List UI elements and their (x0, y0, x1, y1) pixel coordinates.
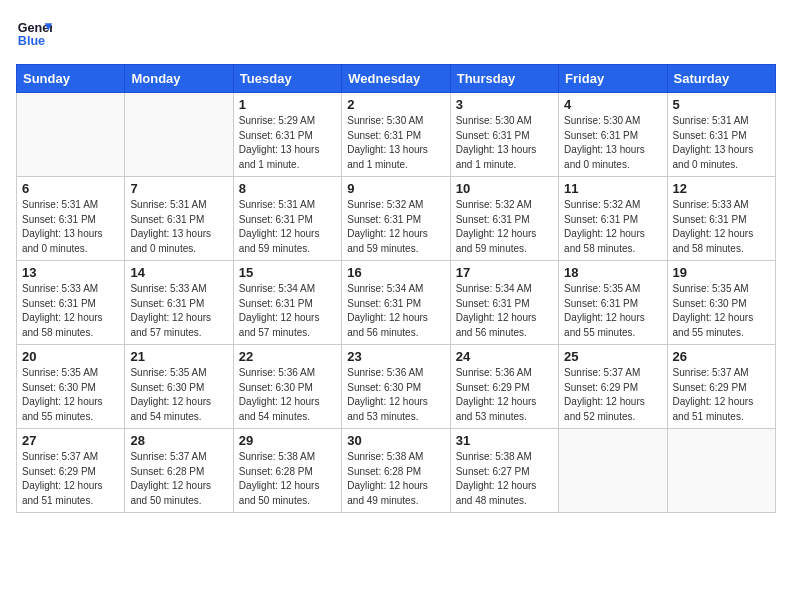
day-header-saturday: Saturday (667, 65, 775, 93)
calendar-cell: 7Sunrise: 5:31 AM Sunset: 6:31 PM Daylig… (125, 177, 233, 261)
day-header-monday: Monday (125, 65, 233, 93)
day-info: Sunrise: 5:35 AM Sunset: 6:30 PM Dayligh… (673, 282, 770, 340)
day-info: Sunrise: 5:30 AM Sunset: 6:31 PM Dayligh… (347, 114, 444, 172)
day-info: Sunrise: 5:38 AM Sunset: 6:27 PM Dayligh… (456, 450, 553, 508)
day-number: 20 (22, 349, 119, 364)
calendar-table: SundayMondayTuesdayWednesdayThursdayFrid… (16, 64, 776, 513)
calendar-cell: 22Sunrise: 5:36 AM Sunset: 6:30 PM Dayli… (233, 345, 341, 429)
calendar-cell (125, 93, 233, 177)
day-number: 5 (673, 97, 770, 112)
day-info: Sunrise: 5:32 AM Sunset: 6:31 PM Dayligh… (564, 198, 661, 256)
day-info: Sunrise: 5:35 AM Sunset: 6:30 PM Dayligh… (22, 366, 119, 424)
day-number: 25 (564, 349, 661, 364)
day-number: 31 (456, 433, 553, 448)
calendar-cell: 4Sunrise: 5:30 AM Sunset: 6:31 PM Daylig… (559, 93, 667, 177)
day-info: Sunrise: 5:32 AM Sunset: 6:31 PM Dayligh… (347, 198, 444, 256)
day-number: 21 (130, 349, 227, 364)
day-info: Sunrise: 5:31 AM Sunset: 6:31 PM Dayligh… (673, 114, 770, 172)
calendar-cell: 20Sunrise: 5:35 AM Sunset: 6:30 PM Dayli… (17, 345, 125, 429)
day-number: 19 (673, 265, 770, 280)
calendar-cell: 30Sunrise: 5:38 AM Sunset: 6:28 PM Dayli… (342, 429, 450, 513)
day-info: Sunrise: 5:34 AM Sunset: 6:31 PM Dayligh… (239, 282, 336, 340)
calendar-cell: 14Sunrise: 5:33 AM Sunset: 6:31 PM Dayli… (125, 261, 233, 345)
day-number: 6 (22, 181, 119, 196)
day-info: Sunrise: 5:35 AM Sunset: 6:30 PM Dayligh… (130, 366, 227, 424)
calendar-cell: 18Sunrise: 5:35 AM Sunset: 6:31 PM Dayli… (559, 261, 667, 345)
calendar-week-3: 13Sunrise: 5:33 AM Sunset: 6:31 PM Dayli… (17, 261, 776, 345)
calendar-cell: 26Sunrise: 5:37 AM Sunset: 6:29 PM Dayli… (667, 345, 775, 429)
day-info: Sunrise: 5:37 AM Sunset: 6:29 PM Dayligh… (22, 450, 119, 508)
day-number: 23 (347, 349, 444, 364)
day-number: 14 (130, 265, 227, 280)
day-info: Sunrise: 5:30 AM Sunset: 6:31 PM Dayligh… (456, 114, 553, 172)
calendar-cell: 2Sunrise: 5:30 AM Sunset: 6:31 PM Daylig… (342, 93, 450, 177)
calendar-cell: 8Sunrise: 5:31 AM Sunset: 6:31 PM Daylig… (233, 177, 341, 261)
calendar-cell: 17Sunrise: 5:34 AM Sunset: 6:31 PM Dayli… (450, 261, 558, 345)
day-number: 22 (239, 349, 336, 364)
calendar-cell: 25Sunrise: 5:37 AM Sunset: 6:29 PM Dayli… (559, 345, 667, 429)
day-info: Sunrise: 5:31 AM Sunset: 6:31 PM Dayligh… (239, 198, 336, 256)
day-header-sunday: Sunday (17, 65, 125, 93)
day-number: 11 (564, 181, 661, 196)
day-info: Sunrise: 5:32 AM Sunset: 6:31 PM Dayligh… (456, 198, 553, 256)
calendar-cell: 28Sunrise: 5:37 AM Sunset: 6:28 PM Dayli… (125, 429, 233, 513)
day-info: Sunrise: 5:29 AM Sunset: 6:31 PM Dayligh… (239, 114, 336, 172)
calendar-cell: 11Sunrise: 5:32 AM Sunset: 6:31 PM Dayli… (559, 177, 667, 261)
page-header: General Blue (16, 16, 776, 52)
calendar-cell: 1Sunrise: 5:29 AM Sunset: 6:31 PM Daylig… (233, 93, 341, 177)
calendar-cell: 13Sunrise: 5:33 AM Sunset: 6:31 PM Dayli… (17, 261, 125, 345)
calendar-cell: 15Sunrise: 5:34 AM Sunset: 6:31 PM Dayli… (233, 261, 341, 345)
calendar-cell: 24Sunrise: 5:36 AM Sunset: 6:29 PM Dayli… (450, 345, 558, 429)
day-number: 18 (564, 265, 661, 280)
calendar-cell: 31Sunrise: 5:38 AM Sunset: 6:27 PM Dayli… (450, 429, 558, 513)
calendar-week-5: 27Sunrise: 5:37 AM Sunset: 6:29 PM Dayli… (17, 429, 776, 513)
day-number: 27 (22, 433, 119, 448)
day-info: Sunrise: 5:36 AM Sunset: 6:30 PM Dayligh… (347, 366, 444, 424)
day-info: Sunrise: 5:37 AM Sunset: 6:29 PM Dayligh… (564, 366, 661, 424)
svg-text:Blue: Blue (18, 34, 45, 48)
day-number: 15 (239, 265, 336, 280)
day-number: 8 (239, 181, 336, 196)
day-number: 26 (673, 349, 770, 364)
day-info: Sunrise: 5:35 AM Sunset: 6:31 PM Dayligh… (564, 282, 661, 340)
calendar-week-4: 20Sunrise: 5:35 AM Sunset: 6:30 PM Dayli… (17, 345, 776, 429)
day-info: Sunrise: 5:37 AM Sunset: 6:28 PM Dayligh… (130, 450, 227, 508)
day-number: 4 (564, 97, 661, 112)
day-number: 16 (347, 265, 444, 280)
calendar-cell: 23Sunrise: 5:36 AM Sunset: 6:30 PM Dayli… (342, 345, 450, 429)
day-number: 10 (456, 181, 553, 196)
day-info: Sunrise: 5:31 AM Sunset: 6:31 PM Dayligh… (130, 198, 227, 256)
day-number: 12 (673, 181, 770, 196)
day-number: 3 (456, 97, 553, 112)
calendar-cell: 3Sunrise: 5:30 AM Sunset: 6:31 PM Daylig… (450, 93, 558, 177)
day-number: 9 (347, 181, 444, 196)
logo: General Blue (16, 16, 52, 52)
day-number: 1 (239, 97, 336, 112)
calendar-cell: 19Sunrise: 5:35 AM Sunset: 6:30 PM Dayli… (667, 261, 775, 345)
day-number: 28 (130, 433, 227, 448)
day-info: Sunrise: 5:36 AM Sunset: 6:29 PM Dayligh… (456, 366, 553, 424)
calendar-cell (667, 429, 775, 513)
day-number: 24 (456, 349, 553, 364)
calendar-cell (17, 93, 125, 177)
day-info: Sunrise: 5:38 AM Sunset: 6:28 PM Dayligh… (239, 450, 336, 508)
calendar-cell: 10Sunrise: 5:32 AM Sunset: 6:31 PM Dayli… (450, 177, 558, 261)
calendar-header-row: SundayMondayTuesdayWednesdayThursdayFrid… (17, 65, 776, 93)
calendar-cell: 5Sunrise: 5:31 AM Sunset: 6:31 PM Daylig… (667, 93, 775, 177)
day-info: Sunrise: 5:38 AM Sunset: 6:28 PM Dayligh… (347, 450, 444, 508)
calendar-week-1: 1Sunrise: 5:29 AM Sunset: 6:31 PM Daylig… (17, 93, 776, 177)
calendar-cell: 21Sunrise: 5:35 AM Sunset: 6:30 PM Dayli… (125, 345, 233, 429)
day-header-tuesday: Tuesday (233, 65, 341, 93)
calendar-cell: 29Sunrise: 5:38 AM Sunset: 6:28 PM Dayli… (233, 429, 341, 513)
calendar-cell: 12Sunrise: 5:33 AM Sunset: 6:31 PM Dayli… (667, 177, 775, 261)
day-header-wednesday: Wednesday (342, 65, 450, 93)
day-info: Sunrise: 5:37 AM Sunset: 6:29 PM Dayligh… (673, 366, 770, 424)
logo-icon: General Blue (16, 16, 52, 52)
day-info: Sunrise: 5:33 AM Sunset: 6:31 PM Dayligh… (22, 282, 119, 340)
day-number: 29 (239, 433, 336, 448)
day-number: 17 (456, 265, 553, 280)
day-info: Sunrise: 5:31 AM Sunset: 6:31 PM Dayligh… (22, 198, 119, 256)
day-number: 7 (130, 181, 227, 196)
day-info: Sunrise: 5:30 AM Sunset: 6:31 PM Dayligh… (564, 114, 661, 172)
calendar-cell: 6Sunrise: 5:31 AM Sunset: 6:31 PM Daylig… (17, 177, 125, 261)
